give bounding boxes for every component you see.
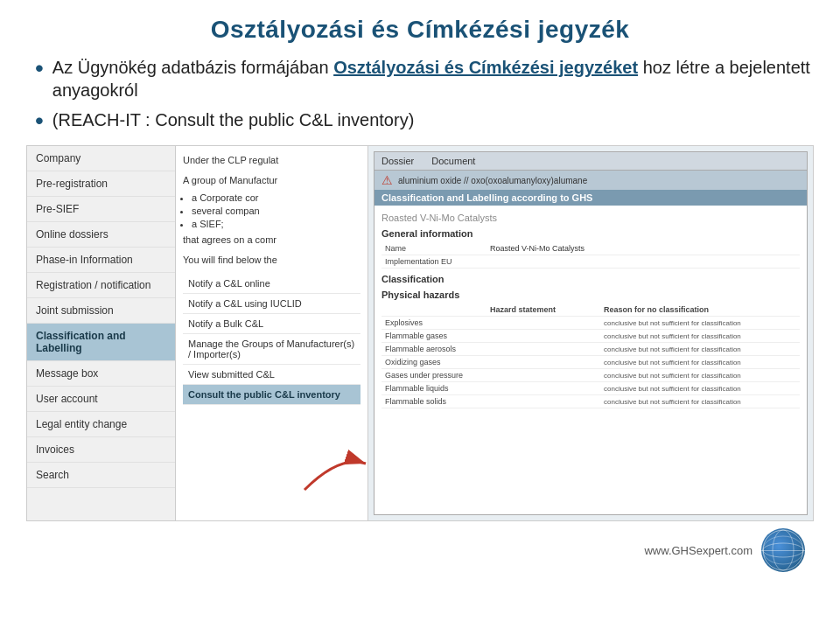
menu-item-consult-public[interactable]: Consult the public C&L inventory [183, 385, 360, 405]
sidebar: Company Pre-registration Pre-SIEF Online… [27, 146, 176, 520]
hazard-name: Gases under pressure [382, 369, 486, 382]
hazard-statement [486, 343, 600, 356]
footer-url: www.GHSexpert.com [644, 544, 752, 557]
name-label: Name [382, 242, 486, 255]
middle-bullet-list: a Corporate cor several compan a SIEF; [192, 192, 360, 229]
bullet-text-2: (REACH-IT : Consult the public C&L inven… [52, 108, 415, 131]
reach-content: Roasted V-Ni-Mo Catalysts General inform… [374, 206, 807, 415]
hazard-reason: conclusive but not sufficient for classi… [600, 382, 800, 395]
sidebar-item-phase-in[interactable]: Phase-in Information [27, 248, 175, 273]
menu-items: Notify a C&L online Notify a C&L using I… [183, 274, 360, 405]
reach-panel: Dossier Document ⚠ aluminium oxide // ox… [374, 151, 808, 515]
footer-area: www.GHSexpert.com [26, 521, 814, 576]
menu-item-notify-online[interactable]: Notify a C&L online [183, 274, 360, 294]
sidebar-item-registration[interactable]: Registration / notification [27, 273, 175, 298]
bullet1-pre: Az Ügynökég adatbázis formájában [52, 58, 333, 77]
bullet-item-2: • (REACH-IT : Consult the public C&L inv… [35, 108, 814, 136]
hazard-statement [486, 330, 600, 343]
hazard-col-header [382, 304, 486, 317]
agree-text: that agrees on a comr [183, 233, 360, 248]
hazard-name: Flammable solids [382, 395, 486, 408]
bullet-dot-2: • [35, 105, 44, 136]
menu-item-view-submitted[interactable]: View submitted C&L [183, 365, 360, 385]
physical-hazards-title: Physical hazards [382, 290, 800, 300]
reach-tab-dossier[interactable]: Dossier [382, 156, 414, 166]
page: Osztályozási és Címkézési jegyzék • Az Ü… [0, 0, 840, 642]
hazard-row: Flammable solids conclusive but not suff… [382, 395, 800, 408]
hazard-reason: conclusive but not sufficient for classi… [600, 369, 800, 382]
reach-subheader: ⚠ aluminium oxide // oxo(oxoalumanyloxy)… [374, 171, 807, 190]
bullet-item-1: • Az Ügynökég adatbázis formájában Osztá… [35, 56, 814, 101]
hazard-statement [486, 369, 600, 382]
bullet-dot-1: • [35, 52, 44, 84]
warning-icon: ⚠ [382, 173, 393, 187]
right-panel: Dossier Document ⚠ aluminium oxide // ox… [368, 146, 813, 520]
hazard-reason: conclusive but not sufficient for classi… [600, 330, 800, 343]
find-below-text: You will find below the [183, 253, 360, 268]
hazard-reason: conclusive but not sufficient for classi… [600, 343, 800, 356]
hazard-name: Explosives [382, 317, 486, 330]
sidebar-item-user-account[interactable]: User account [27, 387, 175, 412]
reach-tab-document[interactable]: Document [431, 156, 475, 166]
middle-panel: Under the CLP regulat A group of Manufac… [176, 146, 368, 520]
middle-bullet-3: a SIEF; [192, 219, 360, 229]
middle-bullet-2: several compan [192, 206, 360, 216]
menu-item-notify-iuclid[interactable]: Notify a C&L using IUCLID [183, 294, 360, 314]
impl-value [486, 255, 800, 269]
hazard-reason: conclusive but not sufficient for classi… [600, 317, 800, 330]
hazard-name: Flammable gases [382, 330, 486, 343]
sidebar-item-pre-sief[interactable]: Pre-SIEF [27, 197, 175, 222]
reason-header: Reason for no classification [600, 304, 800, 317]
general-info-title: General information [382, 228, 800, 239]
middle-bullet-1: a Corporate cor [192, 192, 360, 203]
classification-title: Classification [382, 274, 800, 284]
sidebar-item-legal-entity[interactable]: Legal entity change [27, 412, 175, 437]
name-value: Roasted V-Ni-Mo Catalysts [486, 242, 800, 255]
intro-text-2: A group of Manufactur [183, 173, 360, 188]
impl-label: Implementation EU [382, 255, 486, 269]
hazard-statement [486, 356, 600, 369]
hazard-statement [486, 317, 600, 330]
bullet-section: • Az Ügynökég adatbázis formájában Osztá… [26, 56, 814, 136]
screenshot-area: Company Pre-registration Pre-SIEF Online… [26, 145, 814, 521]
hazard-row: Oxidizing gases conclusive but not suffi… [382, 356, 800, 369]
sidebar-item-search[interactable]: Search [27, 463, 175, 488]
hazard-statement [486, 382, 600, 395]
bullet-text-1: Az Ügynökég adatbázis formájában Osztály… [52, 56, 814, 101]
hazard-row: Gases under pressure conclusive but not … [382, 369, 800, 382]
bullet1-highlight: Osztályozási és Címkézési jegyzéket [333, 58, 638, 77]
hazards-table: Hazard statement Reason for no classific… [382, 304, 800, 408]
sidebar-item-invoices[interactable]: Invoices [27, 437, 175, 463]
sidebar-item-message-box[interactable]: Message box [27, 361, 175, 387]
hazard-reason: conclusive but not sufficient for classi… [600, 356, 800, 369]
hazard-row: Explosives conclusive but not sufficient… [382, 317, 800, 330]
substance-label-small: Roasted V-Ni-Mo Catalysts [382, 213, 800, 223]
hazard-row: Flammable liquids conclusive but not suf… [382, 382, 800, 395]
menu-item-notify-bulk[interactable]: Notify a Bulk C&L [183, 314, 360, 334]
menu-item-manage-groups[interactable]: Manage the Groups of Manufacturer(s) / I… [183, 334, 360, 365]
hazard-row: Flammable aerosols conclusive but not su… [382, 343, 800, 356]
sidebar-item-company[interactable]: Company [27, 146, 175, 171]
sidebar-item-online-dossiers[interactable]: Online dossiers [27, 222, 175, 248]
hazard-statement-header: Hazard statement [486, 304, 600, 317]
substance-name: aluminium oxide // oxo(oxoalumanyloxy)al… [398, 176, 587, 185]
reach-header: Dossier Document [374, 152, 807, 171]
hazard-name: Oxidizing gases [382, 356, 486, 369]
globe-icon [761, 528, 805, 572]
hazard-name: Flammable aerosols [382, 343, 486, 356]
hazard-name: Flammable liquids [382, 382, 486, 395]
sidebar-item-classification[interactable]: Classification and Labelling [27, 324, 175, 361]
hazard-statement [486, 395, 600, 408]
intro-text-1: Under the CLP regulat [183, 153, 360, 168]
page-title: Osztályozási és Címkézési jegyzék [26, 16, 814, 44]
sidebar-item-pre-registration[interactable]: Pre-registration [27, 171, 175, 197]
hazard-row: Flammable gases conclusive but not suffi… [382, 330, 800, 343]
general-info-table: Name Roasted V-Ni-Mo Catalysts Implement… [382, 242, 800, 269]
reach-title-bar: Classification and Labelling according t… [374, 190, 807, 206]
sidebar-item-joint-submission[interactable]: Joint submission [27, 298, 175, 324]
hazard-reason: conclusive but not sufficient for classi… [600, 395, 800, 408]
globe-line-h [761, 550, 805, 551]
